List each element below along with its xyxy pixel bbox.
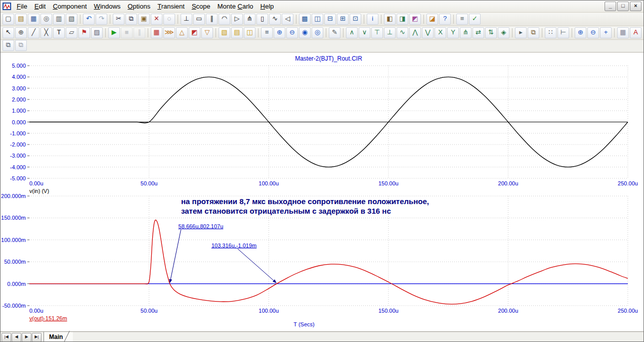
menu-options[interactable]: Options	[124, 1, 154, 12]
annotation-note-line-2[interactable]: затем становится отрицательным с задержк…	[181, 207, 391, 215]
flag-mode-icon[interactable]: ⚑	[78, 27, 90, 38]
cursor-mode-icon[interactable]: ◎	[312, 27, 323, 38]
open-circuit-icon[interactable]: ▤	[15, 14, 27, 25]
zoom-in-graph-icon[interactable]: ⊕	[575, 27, 586, 38]
inflection-icon[interactable]: ∿	[397, 27, 408, 38]
valley-icon[interactable]: ∨	[359, 27, 370, 38]
zoom-out-icon[interactable]: ⊖	[286, 27, 298, 38]
text-mode-icon[interactable]: T	[53, 27, 65, 38]
ground-component-icon[interactable]: ⊥	[181, 14, 192, 25]
find-icon[interactable]: ◎	[40, 14, 52, 25]
reduce-data-points-icon[interactable]: ▽	[201, 27, 213, 38]
global-high-icon[interactable]: ⋀	[409, 27, 421, 38]
annotation-note-line-1[interactable]: на протяжении 8,7 мкс выходное сопротивл…	[181, 197, 429, 206]
file-information-icon[interactable]: i	[367, 14, 378, 25]
low-icon[interactable]: ⊥	[384, 27, 396, 38]
next-simulation-data-icon[interactable]: ▸	[515, 27, 527, 38]
plot-region-1[interactable]	[29, 66, 628, 178]
tile-horizontal-icon[interactable]: ⊟	[324, 14, 336, 25]
first-page-button[interactable]: |◀	[2, 333, 11, 342]
cut-icon[interactable]: ✂	[113, 14, 124, 25]
go-to-branch-icon[interactable]: ⋔	[460, 27, 471, 38]
menu-component[interactable]: Component	[49, 1, 90, 12]
clipboard-copy-visible-icon[interactable]: ⧉	[15, 40, 27, 51]
numeric-output-icon[interactable]: ≡	[261, 27, 273, 38]
menu-file[interactable]: File	[13, 1, 31, 12]
tile-vertical-icon[interactable]: ◫	[312, 14, 323, 25]
sine-source-component-icon[interactable]: ∿	[269, 14, 281, 25]
shape-editor-icon[interactable]: ◨	[397, 14, 408, 25]
zoom-in-icon[interactable]: ⊕	[274, 27, 285, 38]
analysis-limits-icon[interactable]: ▦	[151, 27, 162, 38]
zoom-out-graph-icon[interactable]: ⊖	[587, 27, 599, 38]
menu-scope[interactable]: Scope	[188, 1, 214, 12]
clipboard-copy-icon[interactable]: ⧉	[528, 27, 539, 38]
cascade-windows-icon[interactable]: ▩	[299, 14, 311, 25]
restore-button[interactable]: □	[617, 2, 629, 11]
calculator-icon[interactable]: ≡	[456, 14, 468, 25]
high-icon[interactable]: ⊤	[371, 27, 383, 38]
capacitor-component-icon[interactable]: ∥	[206, 14, 218, 25]
cursor-callout-label-2[interactable]: 103.316u,-1.019m	[211, 242, 256, 249]
previous-page-button[interactable]: ◀	[12, 333, 21, 342]
tab-main[interactable]: Main	[44, 332, 73, 342]
transistor-component-icon[interactable]: ⋔	[244, 14, 255, 25]
copy-icon[interactable]: ⧉	[125, 14, 137, 25]
model-program-icon[interactable]: ◪	[426, 14, 438, 25]
last-page-button[interactable]: ▶|	[32, 333, 41, 342]
overlap-windows-icon[interactable]: ⊞	[337, 14, 349, 25]
undo-icon[interactable]: ↶	[83, 14, 95, 25]
menu-transient[interactable]: Transient	[154, 1, 188, 12]
resistor-component-icon[interactable]: ▭	[193, 14, 205, 25]
print-icon[interactable]: ▧	[66, 14, 77, 25]
wire-mode-icon[interactable]: ╱	[28, 27, 39, 38]
menu-help[interactable]: Help	[257, 1, 278, 12]
menu-monte-carlo[interactable]: Monte Carlo	[214, 1, 257, 12]
clipboard-copy-window-icon[interactable]: ⧉	[3, 40, 14, 51]
properties-icon[interactable]: ✎	[329, 27, 340, 38]
run-analysis-icon[interactable]: ▶	[108, 27, 120, 38]
state-variables-editor-icon[interactable]: ◩	[189, 27, 200, 38]
slider-icon[interactable]: ◫	[244, 27, 255, 38]
menu-edit[interactable]: Edit	[31, 1, 49, 12]
package-editor-icon[interactable]: ◩	[409, 14, 421, 25]
graphics-mode-icon[interactable]: ▱	[66, 27, 77, 38]
menu-windows[interactable]: Windows	[91, 1, 124, 12]
peak-icon[interactable]: ∧	[346, 27, 358, 38]
minimize-button[interactable]: _	[605, 2, 616, 11]
point-tag-icon[interactable]: ◈	[498, 27, 509, 38]
close-button[interactable]: ×	[630, 2, 641, 11]
grid-toggle-icon[interactable]: ▦	[617, 27, 629, 38]
select-mode-icon[interactable]: ↖	[3, 27, 14, 38]
ruler-icon[interactable]: ⊢	[557, 27, 569, 38]
tag-left-right-icon[interactable]: ⇄	[473, 27, 484, 38]
magnifier-icon[interactable]: ◉	[299, 27, 311, 38]
clear-icon[interactable]: ✕	[151, 14, 162, 25]
go-to-x-icon[interactable]: X	[435, 27, 446, 38]
check-model-icon[interactable]: ✓	[469, 14, 481, 25]
diode-component-icon[interactable]: ▷	[231, 14, 243, 25]
pan-graph-icon[interactable]: +	[600, 27, 612, 38]
optimizer-icon[interactable]: △	[176, 27, 188, 38]
picture-mode-icon[interactable]: ▨	[91, 27, 103, 38]
go-to-y-icon[interactable]: Y	[447, 27, 459, 38]
help-topics-icon[interactable]: ?	[439, 14, 451, 25]
component-editor-icon[interactable]: ◧	[384, 14, 396, 25]
stepping-icon[interactable]: ⋙	[163, 27, 175, 38]
new-circuit-icon[interactable]: ▢	[3, 14, 14, 25]
paste-icon[interactable]: ▣	[138, 14, 150, 25]
pause-analysis-icon[interactable]: ∥	[134, 27, 145, 38]
print-preview-icon[interactable]: ▥	[53, 14, 65, 25]
opamp-component-icon[interactable]: ◁	[282, 14, 293, 25]
cursor-callout-label-1[interactable]: 58.666u,802.107u	[179, 223, 224, 229]
maximize-window-icon[interactable]: ⊡	[350, 14, 361, 25]
3d-windows-icon[interactable]: ▧	[219, 27, 230, 38]
component-mode-icon[interactable]: ⊕	[15, 27, 27, 38]
data-points-icon[interactable]: ∷	[545, 27, 556, 38]
inductor-component-icon[interactable]: ◠	[219, 14, 230, 25]
stop-analysis-icon[interactable]: ■	[121, 27, 133, 38]
save-circuit-icon[interactable]: ▦	[28, 14, 39, 25]
battery-component-icon[interactable]: ▯	[256, 14, 268, 25]
performance-windows-icon[interactable]: ▤	[231, 27, 243, 38]
select-region-icon[interactable]: ◌	[163, 14, 175, 25]
